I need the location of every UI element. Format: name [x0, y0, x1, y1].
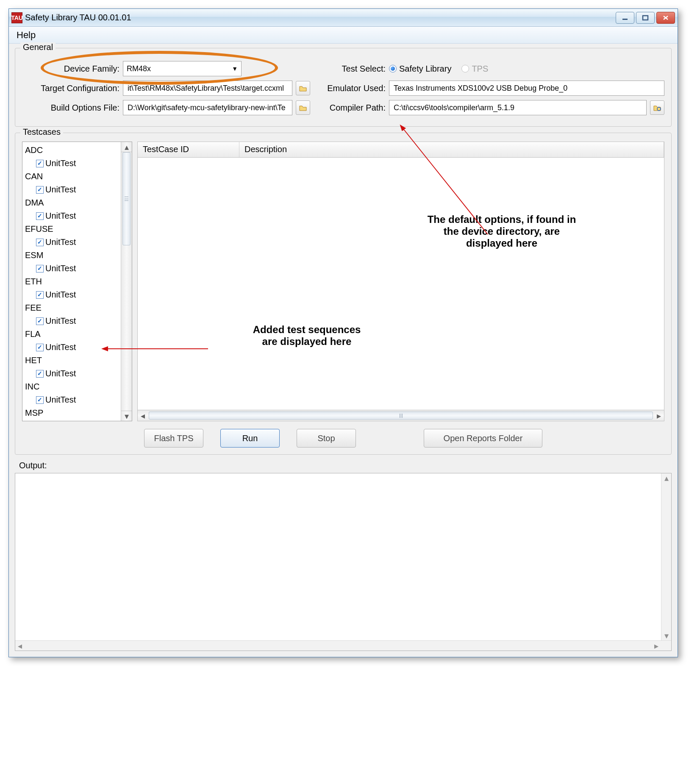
- title-bar: TAU Safety Library TAU 00.01.01: [9, 9, 678, 27]
- build-options-input[interactable]: [127, 103, 289, 113]
- tree-scrollbar[interactable]: ▴ ▾: [121, 142, 132, 421]
- output-vscrollbar[interactable]: ▴ ▾: [661, 473, 671, 640]
- tree-leaf[interactable]: ✓UnitTest: [23, 314, 120, 328]
- build-options-browse-button[interactable]: [296, 100, 310, 115]
- tree-leaf-label: UnitTest: [45, 288, 76, 301]
- chevron-down-icon: ▼: [232, 65, 238, 72]
- target-config-label: Target Configuration:: [22, 83, 119, 93]
- tree-leaf[interactable]: ✓UnitTest: [23, 288, 120, 301]
- tree-category[interactable]: MSP: [23, 406, 120, 420]
- compiler-path-field[interactable]: [389, 100, 647, 115]
- tree-category[interactable]: DMA: [23, 196, 120, 209]
- tree-category[interactable]: HET: [23, 354, 120, 367]
- folder-open-icon: [299, 104, 307, 111]
- column-description[interactable]: Description: [239, 142, 664, 157]
- checkbox-icon[interactable]: ✓: [36, 160, 44, 167]
- table-body[interactable]: [137, 158, 664, 410]
- flash-tps-button[interactable]: Flash TPS: [144, 429, 203, 448]
- target-config-field[interactable]: [123, 81, 292, 96]
- tree-category[interactable]: INC: [23, 380, 120, 393]
- hscroll-thumb[interactable]: [149, 412, 653, 420]
- scroll-down-icon[interactable]: ▾: [121, 411, 132, 421]
- tree-leaf-label: UnitTest: [45, 157, 76, 170]
- scroll-up-icon[interactable]: ▴: [661, 473, 671, 483]
- testcase-tree[interactable]: ADC✓UnitTestCAN✓UnitTestDMA✓UnitTestEFUS…: [22, 142, 132, 421]
- close-button[interactable]: [656, 12, 675, 24]
- scroll-left-icon[interactable]: ◂: [15, 641, 25, 651]
- radio-safety-library[interactable]: Safety Library: [389, 64, 451, 74]
- scroll-right-icon[interactable]: ▸: [654, 410, 664, 421]
- tree-category[interactable]: FLA: [23, 328, 120, 341]
- checkbox-icon[interactable]: ✓: [36, 212, 44, 220]
- output-textarea[interactable]: ▴ ▾ ◂ ▸: [15, 473, 672, 651]
- scroll-left-icon[interactable]: ◂: [138, 410, 148, 421]
- close-icon: [662, 15, 669, 21]
- menu-help[interactable]: Help: [12, 28, 40, 42]
- tree-category[interactable]: CAN: [23, 170, 120, 183]
- target-config-browse-button[interactable]: [296, 81, 310, 95]
- folder-open-icon: [299, 84, 307, 92]
- build-options-field[interactable]: [123, 100, 292, 115]
- tree-category[interactable]: FEE: [23, 301, 120, 314]
- device-family-combo[interactable]: RM48x ▼: [123, 61, 242, 76]
- checkbox-icon[interactable]: ✓: [36, 370, 44, 378]
- radio-safety-label: Safety Library: [399, 64, 451, 74]
- app-window: TAU Safety Library TAU 00.01.01 Help Gen…: [8, 8, 678, 657]
- table-header: TestCase ID Description: [137, 142, 664, 158]
- open-reports-button[interactable]: Open Reports Folder: [424, 429, 542, 448]
- emulator-input[interactable]: [393, 83, 661, 93]
- compiler-path-input[interactable]: [393, 103, 643, 113]
- scroll-thumb[interactable]: [122, 152, 131, 245]
- minimize-button[interactable]: [616, 12, 634, 24]
- scroll-up-icon[interactable]: ▴: [121, 142, 132, 152]
- tree-leaf[interactable]: ✓UnitTest: [23, 157, 120, 170]
- checkbox-icon[interactable]: ✓: [36, 186, 44, 194]
- test-select-label: Test Select:: [314, 64, 386, 74]
- radio-empty-icon: [461, 65, 469, 72]
- checkbox-icon[interactable]: ✓: [36, 239, 44, 246]
- scroll-down-icon[interactable]: ▾: [661, 631, 671, 640]
- testcases-body: ADC✓UnitTestCAN✓UnitTestDMA✓UnitTestEFUS…: [22, 142, 664, 421]
- compiler-path-browse-button[interactable]: [650, 100, 664, 115]
- tree-leaf[interactable]: ✓UnitTest: [23, 209, 120, 222]
- tree-leaf[interactable]: ✓UnitTest: [23, 236, 120, 249]
- table-hscrollbar[interactable]: ◂ ▸: [137, 410, 664, 421]
- checkbox-icon[interactable]: ✓: [36, 265, 44, 272]
- tree-leaf[interactable]: ✓UnitTest: [23, 393, 120, 406]
- tree-category[interactable]: ESM: [23, 249, 120, 262]
- radio-tps[interactable]: TPS: [461, 64, 488, 74]
- tree-leaf[interactable]: ✓UnitTest: [23, 262, 120, 275]
- radio-tps-label: TPS: [472, 64, 488, 74]
- target-config-input[interactable]: [127, 83, 289, 93]
- emulator-field[interactable]: [389, 81, 664, 96]
- window-title: Safety Library TAU 00.01.01: [25, 13, 616, 22]
- run-button[interactable]: Run: [220, 429, 280, 448]
- tree-leaf-label: UnitTest: [45, 367, 76, 380]
- tree-category[interactable]: EFUSE: [23, 222, 120, 236]
- tree-leaf[interactable]: ✓UnitTest: [23, 183, 120, 196]
- tree-leaf[interactable]: ✓UnitTest: [23, 341, 120, 354]
- checkbox-icon[interactable]: ✓: [36, 317, 44, 325]
- column-testcase-id[interactable]: TestCase ID: [138, 142, 239, 157]
- content-area: General Device Family: RM48x ▼ Test Sele…: [9, 44, 678, 657]
- checkbox-icon[interactable]: ✓: [36, 396, 44, 404]
- maximize-icon: [642, 15, 649, 21]
- testcase-table: TestCase ID Description ◂ ▸ Added test s…: [137, 142, 664, 421]
- group-testcases: Testcases ADC✓UnitTestCAN✓UnitTestDMA✓Un…: [15, 133, 672, 455]
- scroll-right-icon[interactable]: ▸: [652, 641, 661, 651]
- stop-button[interactable]: Stop: [297, 429, 356, 448]
- window-buttons: [616, 12, 675, 24]
- tree-category[interactable]: ADC: [23, 144, 120, 157]
- svg-rect-0: [622, 19, 628, 20]
- tree-leaf-label: UnitTest: [45, 209, 76, 222]
- tree-category[interactable]: ETH: [23, 275, 120, 288]
- app-icon: TAU: [11, 12, 22, 23]
- output-hscrollbar[interactable]: ◂ ▸: [15, 640, 671, 651]
- device-family-value: RM48x: [127, 64, 151, 73]
- checkbox-icon[interactable]: ✓: [36, 344, 44, 351]
- tree-leaf-label: UnitTest: [45, 393, 76, 406]
- checkbox-icon[interactable]: ✓: [36, 291, 44, 299]
- tree-leaf[interactable]: ✓UnitTest: [23, 367, 120, 380]
- folder-search-icon: [653, 104, 661, 111]
- maximize-button[interactable]: [636, 12, 655, 24]
